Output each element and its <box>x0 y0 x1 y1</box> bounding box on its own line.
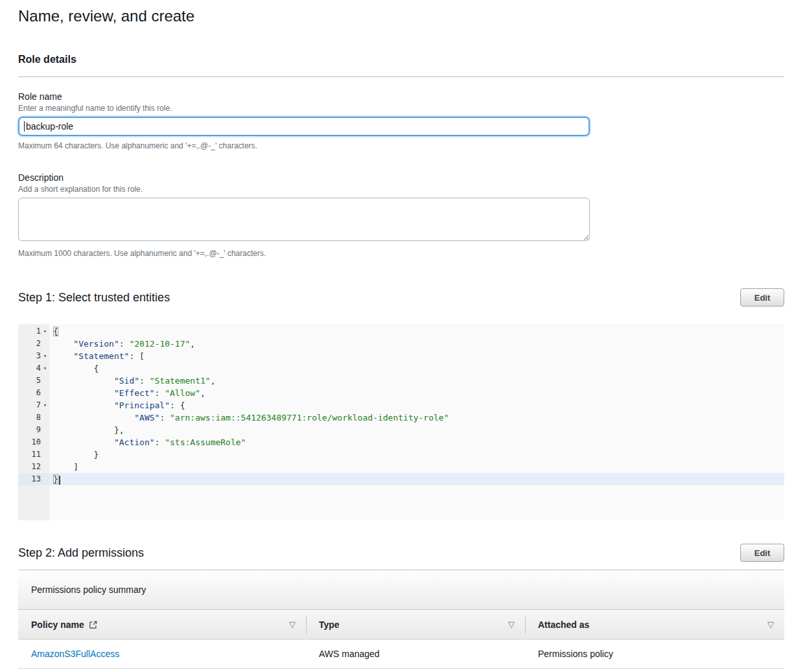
description-label: Description <box>18 172 784 183</box>
role-name-label: Role name <box>18 91 784 102</box>
json-key: "Principal" <box>114 400 170 410</box>
json-punct: ] <box>53 462 78 472</box>
step2-header-row: Step 2: Add permissions Edit <box>18 544 784 562</box>
json-key: "Effect" <box>114 388 155 398</box>
type-column-label: Type <box>319 620 340 630</box>
filter-dropdown-icon[interactable]: ▽ <box>508 620 515 629</box>
filter-dropdown-icon[interactable]: ▽ <box>289 620 296 629</box>
json-punct: }, <box>53 425 124 435</box>
json-punct <box>53 351 73 361</box>
json-punct: } <box>53 450 99 459</box>
code-line-13[interactable]: } <box>49 473 784 485</box>
json-string: "Allow" <box>165 388 200 398</box>
step1-heading: Step 1: Select trusted entities <box>18 290 170 305</box>
code-line-11[interactable]: } <box>49 448 784 461</box>
json-string: "2012-10-17" <box>129 339 190 349</box>
role-name-hint: Enter a meaningful name to identify this… <box>18 103 784 113</box>
json-string: "arn:aws:iam::541263489771:role/workload… <box>170 413 449 423</box>
policy-type-cell: AWS managed <box>306 649 525 659</box>
line-number: 7 <box>18 399 41 411</box>
gutter-line-3: 3▾ <box>18 350 49 362</box>
policy-table-body: AmazonS3FullAccessAWS managedPermissions… <box>18 640 784 669</box>
code-line-1[interactable]: { <box>49 325 784 338</box>
external-link-icon[interactable] <box>89 620 98 629</box>
gutter-line-8: 8 <box>18 411 49 424</box>
fold-caret-icon[interactable]: ▾ <box>41 362 49 375</box>
code-line-12[interactable]: ] <box>49 461 784 473</box>
section-divider <box>18 76 784 77</box>
json-punct: : <box>155 388 165 398</box>
line-number: 10 <box>18 436 41 448</box>
fold-caret-icon[interactable]: ▾ <box>41 399 49 411</box>
permissions-summary-title: Permissions policy summary <box>31 585 146 595</box>
json-punct: { <box>53 364 99 373</box>
json-key: "Sid" <box>114 376 139 386</box>
policy-name-link[interactable]: AmazonS3FullAccess <box>31 649 119 659</box>
line-number: 8 <box>18 411 41 424</box>
json-string: "Statement1" <box>150 376 211 386</box>
line-number: 2 <box>18 338 41 350</box>
step2-heading: Step 2: Add permissions <box>18 545 144 561</box>
page-title: Name, review, and create <box>18 0 784 26</box>
column-header-attached-as[interactable]: Attached as ▽ <box>525 610 784 639</box>
code-line-9[interactable]: }, <box>49 424 784 436</box>
gutter-line-1: 1▾ <box>18 325 49 338</box>
json-punct <box>53 376 114 386</box>
policy-table-header: Policy name ▽ Type ▽ Attached as ▽ <box>18 610 784 640</box>
permissions-summary-panel: Permissions policy summary <box>18 570 784 610</box>
code-line-3[interactable]: "Statement": [ <box>49 350 784 362</box>
line-number: 12 <box>18 461 41 473</box>
role-name-constraint: Maximum 64 characters. Use alphanumeric … <box>18 141 784 151</box>
policy-json-editor[interactable]: 1▾23▾4▾567▾8910111213 { "Version": "2012… <box>18 324 784 520</box>
step1-edit-button[interactable]: Edit <box>740 288 784 307</box>
column-header-policy-name[interactable]: Policy name ▽ <box>18 610 306 639</box>
step2-edit-button[interactable]: Edit <box>740 544 784 562</box>
code-line-8[interactable]: "AWS": "arn:aws:iam::541263489771:role/w… <box>49 411 784 424</box>
json-punct: : { <box>170 400 185 410</box>
json-punct: : [ <box>129 351 144 361</box>
line-number: 4 <box>18 362 41 375</box>
code-line-6[interactable]: "Effect": "Allow", <box>49 387 784 399</box>
role-details-heading: Role details <box>18 53 784 66</box>
description-constraint: Maximum 1000 characters. Use alphanumeri… <box>18 248 784 259</box>
json-punct <box>53 400 114 410</box>
line-number: 1 <box>18 325 41 338</box>
gutter-line-10: 10 <box>18 436 49 448</box>
json-punct: , <box>190 339 195 349</box>
fold-caret-icon[interactable]: ▾ <box>41 325 49 338</box>
code-line-7[interactable]: "Principal": { <box>49 399 784 411</box>
json-key: "Version" <box>73 339 119 349</box>
json-punct: : <box>155 437 165 447</box>
gutter-line-13: 13 <box>18 473 49 485</box>
json-string: "sts:AssumeRole" <box>165 437 246 447</box>
json-key: "Statement" <box>73 351 129 361</box>
role-name-input[interactable] <box>18 117 590 136</box>
code-line-5[interactable]: "Sid": "Statement1", <box>49 375 784 387</box>
line-number: 5 <box>18 375 41 387</box>
table-row: AmazonS3FullAccessAWS managedPermissions… <box>18 640 784 669</box>
fold-caret-icon[interactable]: ▾ <box>41 350 49 362</box>
json-punct: , <box>200 388 205 398</box>
editor-gutter: 1▾23▾4▾567▾8910111213 <box>18 324 49 520</box>
code-line-4[interactable]: { <box>49 362 784 375</box>
json-punct: { <box>53 327 58 336</box>
line-number: 9 <box>18 424 41 436</box>
filter-dropdown-icon[interactable]: ▽ <box>767 620 774 629</box>
column-header-type[interactable]: Type ▽ <box>306 610 525 639</box>
json-punct: } <box>53 474 58 484</box>
description-hint: Add a short explanation for this role. <box>18 184 784 194</box>
description-textarea[interactable] <box>18 198 590 241</box>
policy-name-column-label: Policy name <box>31 620 84 630</box>
editor-cursor <box>59 476 60 485</box>
gutter-line-5: 5 <box>18 375 49 387</box>
gutter-line-11: 11 <box>18 448 49 461</box>
code-line-10[interactable]: "Action": "sts:AssumeRole" <box>49 436 784 448</box>
json-punct <box>53 437 114 447</box>
code-line-2[interactable]: "Version": "2012-10-17", <box>49 338 784 350</box>
policy-name-cell: AmazonS3FullAccess <box>18 649 306 659</box>
gutter-line-4: 4▾ <box>18 362 49 375</box>
gutter-line-12: 12 <box>18 461 49 473</box>
attached-as-column-label: Attached as <box>538 620 589 630</box>
gutter-line-7: 7▾ <box>18 399 49 411</box>
line-number: 11 <box>18 448 41 461</box>
